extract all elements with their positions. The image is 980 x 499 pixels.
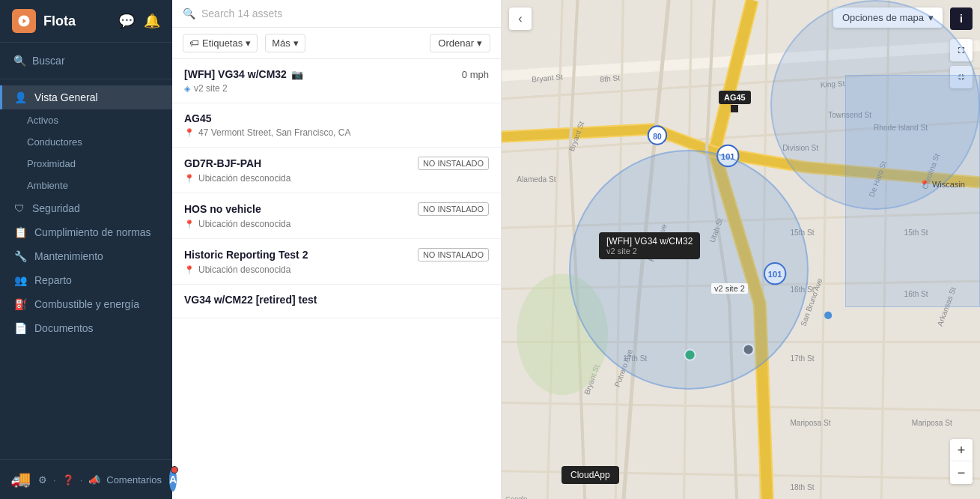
chat-icon[interactable]: 💬: [118, 13, 135, 29]
not-installed-badge: NO INSTALADO: [418, 202, 489, 216]
asset-search-bar: 🔍: [172, 0, 501, 28]
svg-text:18th St: 18th St: [790, 483, 814, 492]
more-filter-button[interactable]: Más ▾: [265, 34, 305, 52]
asset-item-6[interactable]: VG34 w/CM22 [retired] test: [172, 285, 501, 318]
tag-icon: 🏷: [189, 37, 199, 49]
asset-location-text: v2 site 2: [194, 83, 228, 94]
doc-icon: 📄: [14, 322, 27, 334]
camera-icon: 📷: [291, 69, 303, 80]
tags-chevron-icon: ▾: [246, 37, 251, 49]
asset-list: [WFH] VG34 w/CM32 📷 0 mph ◈ v2 site 2 AG…: [172, 59, 501, 499]
tags-filter-button[interactable]: 🏷 Etiquetas ▾: [183, 34, 258, 52]
location-icon: 📍: [184, 174, 195, 184]
app-logo-icon[interactable]: [12, 9, 36, 33]
app-title: Flota: [43, 13, 76, 29]
avatar[interactable]: A: [169, 468, 177, 492]
asset-item-4[interactable]: HOS no vehicle NO INSTALADO 📍 Ubicación …: [172, 193, 501, 239]
feedback-label[interactable]: Comentarios: [106, 474, 162, 486]
sidebar-item-seguridad[interactable]: 🛡 Seguridad: [0, 196, 172, 220]
header-icons: 💬 🔔: [118, 13, 160, 29]
fuel-icon: ⛽: [14, 298, 27, 310]
sidebar-item-combustible[interactable]: ⛽ Combustible y energía: [0, 292, 172, 316]
map-info-button[interactable]: i: [950, 7, 973, 30]
truck-icon[interactable]: 🚚: [10, 470, 31, 489]
sidebar-item-reparto[interactable]: 👥 Reparto: [0, 268, 172, 292]
wiscasin-pin: 📍: [919, 180, 930, 189]
svg-text:8th St: 8th St: [600, 73, 620, 83]
tooltip-vehicle-sub: v2 site 2: [606, 247, 693, 255]
asset-search-input[interactable]: [201, 7, 490, 19]
megaphone-icon: 📣: [88, 474, 100, 486]
map-collapse-button[interactable]: ‹: [509, 7, 532, 30]
asset-location-text: Ubicación desconocida: [198, 219, 290, 229]
sidebar-item-conductores[interactable]: Conductores: [0, 131, 172, 153]
asset-name-text: GD7R-BJF-PAH: [184, 157, 261, 169]
asset-item-5[interactable]: Historic Reporting Test 2 NO INSTALADO 📍…: [172, 239, 501, 285]
map-zoom-out-button[interactable]: −: [950, 462, 973, 484]
location-icon: ◈: [184, 84, 190, 94]
asset-item-2[interactable]: AG45 📍 47 Vermont Street, San Francisco,…: [172, 103, 501, 148]
svg-text:Mariposa St: Mariposa St: [790, 419, 830, 427]
svg-text:Alameda St: Alameda St: [517, 175, 556, 184]
asset-location-text: Ubicación desconocida: [198, 264, 290, 275]
sidebar-item-ambiente[interactable]: Ambiente: [0, 175, 172, 196]
shield-icon: 🛡: [14, 202, 25, 214]
sidebar-footer: 🚚 ⚙ · ❓ · 📣 Comentarios A ◀: [0, 459, 172, 499]
location-icon: 📍: [184, 220, 195, 229]
wiscasin-label: 📍 Wiscasin: [919, 180, 965, 190]
search-item[interactable]: 🔍 Buscar: [10, 50, 162, 71]
grid-icon: 👤: [14, 91, 27, 103]
asset-item-3[interactable]: GD7R-BJF-PAH NO INSTALADO 📍 Ubicación de…: [172, 148, 501, 193]
gear-icon[interactable]: ⚙: [38, 474, 47, 486]
sort-chevron-icon: ▾: [477, 37, 482, 49]
asset-search-icon: 🔍: [183, 7, 195, 19]
sidebar-item-mantenimiento[interactable]: 🔧 Mantenimiento: [0, 244, 172, 268]
map-zoom-in-button[interactable]: +: [950, 439, 973, 462]
map-marker-ag45[interactable]: AG45: [719, 90, 751, 112]
asset-location-text: 47 Vermont Street, San Francisco, CA: [198, 127, 350, 138]
sidebar-item-cumplimiento[interactable]: 📋 Cumplimiento de normas: [0, 220, 172, 244]
search-label: Buscar: [32, 55, 65, 67]
sidebar-logo-area: Flota 💬 🔔: [0, 0, 172, 43]
wrench-icon: 🔧: [14, 250, 27, 262]
svg-point-50: [824, 312, 832, 319]
asset-name-text: HOS no vehicle: [184, 203, 261, 215]
asset-filters: 🏷 Etiquetas ▾ Más ▾ Ordenar ▾: [172, 28, 501, 59]
location-icon: 📍: [184, 128, 195, 138]
people-icon: 👥: [14, 274, 27, 286]
svg-text:Mariposa St: Mariposa St: [912, 419, 952, 427]
sidebar-item-proximidad[interactable]: Proximidad: [0, 153, 172, 175]
svg-text:17th St: 17th St: [790, 354, 814, 363]
not-installed-badge: NO INSTALADO: [418, 157, 489, 170]
asset-name-text: Historic Reporting Test 2: [184, 249, 308, 261]
sort-button[interactable]: Ordenar ▾: [430, 34, 490, 52]
footer-icons: ⚙ · ❓ · 📣 Comentarios: [38, 474, 162, 486]
clipboard-icon: 📋: [14, 226, 27, 238]
sidebar-item-vista-general[interactable]: 👤 Vista General: [0, 85, 172, 109]
search-icon: 🔍: [13, 55, 26, 67]
sidebar-item-activos[interactable]: Activos: [0, 109, 172, 131]
asset-item-1[interactable]: [WFH] VG34 w/CM32 📷 0 mph ◈ v2 site 2: [172, 59, 501, 103]
asset-panel: 🔍 🏷 Etiquetas ▾ Más ▾ Ordenar ▾ [WFH] VG…: [172, 0, 502, 499]
tooltip-vehicle-name: [WFH] VG34 w/CM32: [606, 236, 693, 247]
svg-text:Google: Google: [505, 495, 527, 499]
sidebar-search-section: 🔍 Buscar: [0, 43, 172, 79]
sidebar-item-documentos[interactable]: 📄 Documentos: [0, 316, 172, 340]
sidebar-nav: 👤 Vista General Activos Conductores Prox…: [0, 79, 172, 459]
sidebar: Flota 💬 🔔 🔍 Buscar 👤 Vista General Activ…: [0, 0, 172, 499]
map-area: 101 80 101 Bryant St 8th St King St Town…: [502, 0, 980, 499]
vehicle-tooltip[interactable]: [WFH] VG34 w/CM32 v2 site 2: [599, 232, 700, 259]
proximity-circle-main: [569, 150, 809, 390]
asset-name-text: [WFH] VG34 w/CM32: [184, 68, 287, 80]
asset-name-text: VG34 w/CM22 [retired] test: [184, 294, 317, 306]
not-installed-badge: NO INSTALADO: [418, 248, 489, 261]
help-icon[interactable]: ❓: [62, 474, 74, 486]
site2-label: v2 site 2: [711, 283, 748, 294]
svg-text:80: 80: [653, 133, 662, 141]
asset-location-text: Ubicación desconocida: [198, 173, 290, 184]
cloudapp-tooltip: CloudApp: [561, 466, 619, 484]
location-icon: 📍: [184, 265, 195, 275]
bell-icon[interactable]: 🔔: [144, 13, 160, 29]
marker-rect-ag45: [731, 105, 738, 112]
asset-name-text: AG45: [184, 112, 212, 124]
